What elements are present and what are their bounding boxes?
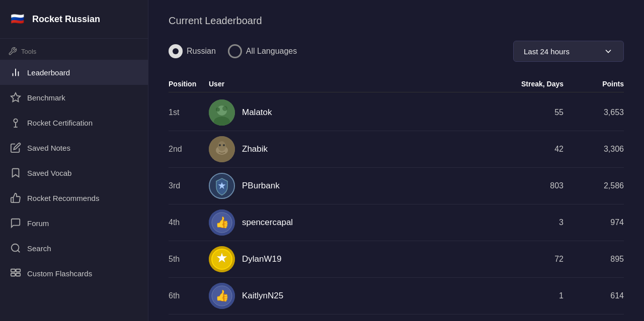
radio-russian[interactable] <box>169 44 183 58</box>
avatar-spencercapal: 👍 <box>209 209 235 236</box>
sidebar-item-leaderboard[interactable]: Leaderboard <box>0 60 148 85</box>
header-points: Points <box>564 80 624 88</box>
svg-text:👍: 👍 <box>215 216 229 229</box>
svg-point-19 <box>223 144 225 146</box>
page-title: Current Leaderboard <box>169 15 624 27</box>
cell-points-4: 974 <box>564 218 624 227</box>
svg-rect-7 <box>16 269 20 272</box>
cell-position-4: 4th <box>169 218 209 227</box>
username-6: KaitlynN25 <box>242 291 283 301</box>
benchmark-label: Benchmark <box>27 93 65 102</box>
svg-point-17 <box>218 141 226 151</box>
username-2: Zhabik <box>242 144 268 154</box>
cell-points-5: 895 <box>564 255 624 264</box>
header-streak: Streak, Days <box>493 80 564 88</box>
cell-user-4: 👍 spencercapal <box>209 209 493 236</box>
cell-position-2: 2nd <box>169 145 209 154</box>
username-3: PBurbank <box>242 181 280 191</box>
cell-points-3: 2,586 <box>564 181 624 190</box>
cell-streak-6: 1 <box>493 291 564 300</box>
chevron-down-icon <box>603 46 613 56</box>
svg-rect-9 <box>16 273 20 276</box>
avatar-zhabik <box>209 136 235 162</box>
avatar-pburbank <box>209 173 235 199</box>
rocket-certification-label: Rocket Certification <box>27 119 93 127</box>
app-title: Rocket Russian <box>32 14 100 25</box>
cell-streak-5: 72 <box>493 255 564 264</box>
filter-russian[interactable]: Russian <box>169 44 216 58</box>
cell-position-3: 3rd <box>169 181 209 190</box>
main-content: Current Leaderboard Russian All Language… <box>148 0 644 321</box>
saved-vocab-label: Saved Vocab <box>27 169 71 177</box>
cell-points-2: 3,306 <box>564 145 624 154</box>
sidebar: 🇷🇺 Rocket Russian Tools Leaderboard Benc… <box>0 0 148 321</box>
svg-point-14 <box>222 106 227 111</box>
cell-user-5: DylanW19 <box>209 246 493 272</box>
table-row: 4th 👍 spencercapal 3 974 <box>169 204 624 241</box>
radio-all-languages[interactable] <box>228 44 242 58</box>
tools-label: Tools <box>21 48 36 55</box>
svg-point-3 <box>14 119 17 123</box>
svg-point-13 <box>216 108 220 112</box>
sidebar-item-search[interactable]: Search <box>0 236 148 261</box>
sidebar-item-rocket-certification[interactable]: Rocket Certification <box>0 110 148 135</box>
avatar-dylanw19 <box>209 246 235 272</box>
username-1: Malatok <box>242 108 272 118</box>
cell-user-1: Malatok <box>209 99 493 126</box>
svg-rect-6 <box>11 269 15 272</box>
custom-flashcards-label: Custom Flashcards <box>27 269 92 278</box>
leaderboard-label: Leaderboard <box>27 68 70 77</box>
svg-text:👍: 👍 <box>215 289 229 302</box>
table-row: 6th 👍 KaitlynN25 1 614 <box>169 278 624 314</box>
filter-all-languages[interactable]: All Languages <box>228 44 297 58</box>
forum-label: Forum <box>27 219 49 228</box>
cell-user-2: Zhabik <box>209 136 493 162</box>
tools-section-label: Tools <box>0 39 148 60</box>
avatar-kaitlynn25: 👍 <box>209 283 235 309</box>
cell-points-6: 614 <box>564 291 624 300</box>
svg-point-18 <box>219 144 221 146</box>
table-row: 5th DylanW19 72 895 <box>169 241 624 278</box>
table-row: 1st Malatok 55 3,653 <box>169 94 624 131</box>
sidebar-item-benchmark[interactable]: Benchmark <box>0 85 148 110</box>
cell-streak-1: 55 <box>493 108 564 117</box>
username-5: DylanW19 <box>242 254 281 264</box>
cell-position-6: 6th <box>169 291 209 300</box>
search-label: Search <box>27 244 51 253</box>
sidebar-item-rocket-recommends[interactable]: Rocket Recommends <box>0 185 148 210</box>
table-header: Position User Streak, Days Points <box>169 76 624 92</box>
cell-user-6: 👍 KaitlynN25 <box>209 283 493 309</box>
cell-streak-3: 803 <box>493 181 564 190</box>
sidebar-item-saved-vocab[interactable]: Saved Vocab <box>0 160 148 185</box>
filter-russian-label: Russian <box>187 47 216 56</box>
sidebar-header: 🇷🇺 Rocket Russian <box>0 0 148 39</box>
time-filter-selected: Last 24 hours <box>524 47 570 56</box>
filter-all-languages-label: All Languages <box>246 47 297 56</box>
cell-streak-4: 3 <box>493 218 564 227</box>
leaderboard-table: Position User Streak, Days Points 1st Ma <box>169 76 624 314</box>
cell-points-1: 3,653 <box>564 108 624 117</box>
filter-row: Russian All Languages Last 24 hours <box>169 41 624 62</box>
rocket-recommends-label: Rocket Recommends <box>27 194 99 202</box>
sidebar-item-forum[interactable]: Forum <box>0 210 148 236</box>
svg-rect-8 <box>11 273 15 276</box>
username-4: spencercapal <box>242 218 293 228</box>
sidebar-item-saved-notes[interactable]: Saved Notes <box>0 135 148 160</box>
cell-streak-2: 42 <box>493 145 564 154</box>
svg-line-5 <box>18 250 20 252</box>
sidebar-item-custom-flashcards[interactable]: Custom Flashcards <box>0 261 148 286</box>
avatar-malatok <box>209 99 235 126</box>
table-row: 2nd Zhabik 42 3,306 <box>169 131 624 168</box>
saved-notes-label: Saved Notes <box>27 144 70 152</box>
header-user: User <box>209 80 493 88</box>
cell-user-3: PBurbank <box>209 173 493 199</box>
cell-position-5: 5th <box>169 255 209 264</box>
table-row: 3rd PBurbank 803 2,586 <box>169 168 624 204</box>
cell-position-1: 1st <box>169 108 209 117</box>
time-filter-dropdown[interactable]: Last 24 hours <box>513 41 624 62</box>
header-position: Position <box>169 80 209 88</box>
flag-icon: 🇷🇺 <box>8 10 26 28</box>
svg-point-4 <box>12 244 19 252</box>
